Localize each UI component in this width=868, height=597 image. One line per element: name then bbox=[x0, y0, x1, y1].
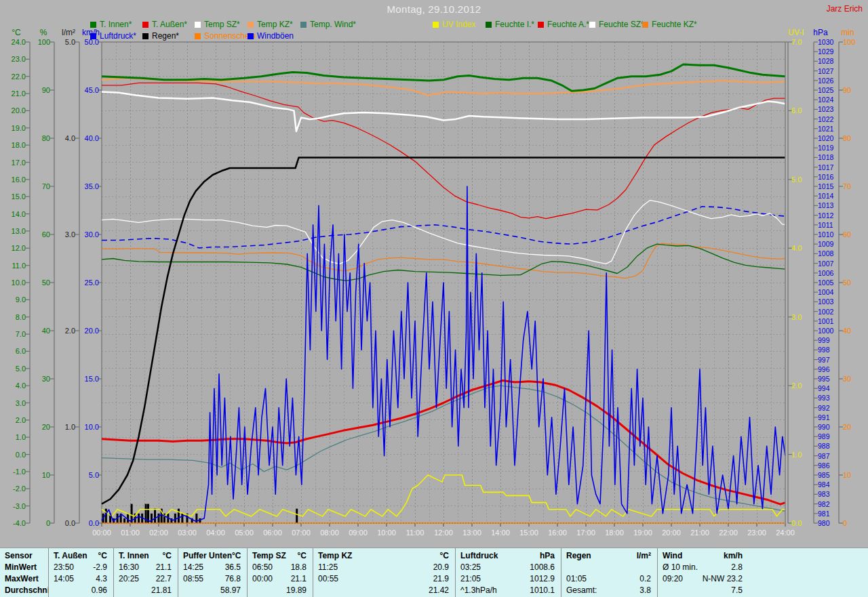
sensor-name: Regen bbox=[566, 550, 591, 562]
axis-tick-label: 20 bbox=[843, 423, 851, 431]
x-axis-label: 20:00 bbox=[662, 529, 681, 537]
cell-value: 1008.6 bbox=[530, 562, 555, 573]
axis-tick-label: 2.0 bbox=[791, 382, 802, 390]
cell-durchschnitt: 7.5 bbox=[658, 585, 868, 596]
x-axis-label: 18:00 bbox=[605, 529, 624, 537]
axis-tick-label: 996 bbox=[818, 365, 830, 373]
table-column-puffer-unten: Puffer Unten°C14:2536.508:5576.858.97 bbox=[178, 548, 248, 597]
axis-tick-label: -1.0 bbox=[13, 468, 26, 476]
axis-tick-label: 24.0 bbox=[12, 38, 26, 46]
axis-tick-label: 995 bbox=[818, 375, 830, 383]
axis-tick-label: 997 bbox=[818, 356, 830, 364]
cell-value: 1012.9 bbox=[530, 573, 555, 585]
axis-tick-label: 1017 bbox=[818, 163, 834, 171]
axis-tick-label: 23.0 bbox=[12, 55, 26, 63]
cell-maxwert: 21:051012.9 bbox=[456, 573, 561, 585]
axis-tick-label: 10 bbox=[42, 471, 50, 479]
axis-tick-label: 7.0 bbox=[16, 330, 26, 338]
table-column-wind: Windkm/hØ 10 min.2.809:20N-NW 23.27.5 bbox=[658, 548, 868, 597]
cell-value: 21.1 bbox=[156, 562, 172, 573]
axis-tick-label: 60 bbox=[843, 230, 851, 239]
row-label-durchschnitt: Durchschnitt bbox=[0, 585, 48, 596]
cell-durchschnitt: ^1.3hPa/h1010.1 bbox=[456, 585, 561, 596]
axis-tick-label: 1004 bbox=[818, 288, 834, 296]
axis-tick-label: 2.0 bbox=[65, 327, 75, 335]
x-axis-label: 09:00 bbox=[349, 529, 368, 537]
cell-value: 1010.1 bbox=[530, 585, 555, 596]
axis-tick-label: 45.0 bbox=[85, 86, 99, 94]
axis-tick-label: 0 bbox=[843, 519, 847, 527]
column-header: T. Innen°C bbox=[114, 550, 178, 562]
sensor-unit: °C bbox=[98, 550, 107, 562]
axis-tick-label: 30.0 bbox=[85, 230, 99, 239]
x-axis-label: 19:00 bbox=[633, 529, 652, 537]
cell-value: 19.89 bbox=[286, 585, 307, 596]
axis-tick-label: 70 bbox=[843, 182, 851, 190]
row-label-minwert: MinWert bbox=[0, 562, 48, 573]
axis-tick-label: 1019 bbox=[818, 144, 834, 152]
cell-time: 08:55 bbox=[183, 573, 203, 585]
sensor-unit: °C bbox=[163, 550, 172, 562]
cell-maxwert: 20:2522.7 bbox=[114, 573, 178, 585]
x-axis-label: 15:00 bbox=[519, 529, 538, 537]
x-axis-label: 16:00 bbox=[548, 529, 567, 537]
axis-tick-label: 20.0 bbox=[12, 106, 26, 115]
sensor-name: Wind bbox=[663, 550, 682, 562]
axis-tick-label: 20 bbox=[42, 423, 50, 431]
axis-unit-wind: km/h bbox=[82, 28, 100, 37]
axis-tick-label: 40 bbox=[42, 327, 50, 335]
x-axis-label: 13:00 bbox=[462, 529, 481, 537]
axis-tick-label: 15.0 bbox=[12, 192, 26, 201]
sensor-name: T. Außen bbox=[54, 550, 87, 562]
axis-tick-label: 2.0 bbox=[16, 416, 26, 424]
sensor-unit: °C bbox=[440, 550, 449, 562]
axis-unit-rain: l/m² bbox=[62, 28, 75, 37]
column-header: Temp SZ°C bbox=[248, 550, 313, 562]
x-axis-label: 06:00 bbox=[263, 529, 282, 537]
sensor-unit: hPa bbox=[540, 550, 555, 562]
axis-tick-label: 12.0 bbox=[12, 244, 26, 252]
axis-tick-label: 0.0 bbox=[89, 519, 99, 527]
axis-tick-label: 6.0 bbox=[16, 347, 26, 355]
x-axis-label: 05:00 bbox=[235, 529, 254, 537]
cell-time: 11:25 bbox=[318, 562, 338, 573]
axis-tick-label: 983 bbox=[818, 490, 830, 498]
axis-tick-label: 21.0 bbox=[12, 89, 26, 98]
axis-tick-label: 18.0 bbox=[12, 141, 26, 149]
axis-tick-label: -2.0 bbox=[13, 485, 26, 493]
axis-tick-label: 13.0 bbox=[12, 227, 26, 235]
axis-tick-label: 1022 bbox=[818, 115, 834, 123]
axis-tick-label: 0.0 bbox=[16, 451, 26, 459]
cell-durchschnitt: 21.42 bbox=[313, 585, 455, 596]
axis-tick-label: 999 bbox=[818, 336, 830, 344]
cell-value: 21.1 bbox=[291, 573, 307, 585]
cell-time: 14:25 bbox=[183, 562, 203, 573]
column-header: Windkm/h bbox=[658, 550, 868, 562]
axis-tick-label: 100 bbox=[38, 38, 50, 46]
cell-maxwert: 09:20N-NW 23.2 bbox=[658, 573, 868, 585]
cell-durchschnitt: 21.81 bbox=[114, 585, 178, 596]
cell-minwert: 06:5018.8 bbox=[248, 562, 313, 573]
cell-value: 20.9 bbox=[433, 562, 449, 573]
axis-tick-label: 0.0 bbox=[65, 519, 75, 527]
axis-tick-label: 1002 bbox=[818, 308, 834, 316]
cell-minwert: Ø 10 min.2.8 bbox=[658, 562, 868, 573]
axis-tick-label: 1005 bbox=[818, 279, 834, 287]
sensor-name: Puffer Unten bbox=[183, 550, 232, 562]
axis-tick-label: 0 bbox=[46, 519, 50, 527]
x-axis-label: 08:00 bbox=[320, 529, 339, 537]
axis-tick-label: 1027 bbox=[818, 67, 834, 75]
cell-time: 23:50 bbox=[54, 562, 74, 573]
axis-tick-label: 1012 bbox=[818, 211, 834, 220]
axis-tick-label: 9.0 bbox=[16, 295, 26, 304]
weather-chart[interactable]: °C24.023.022.021.020.019.018.017.016.015… bbox=[0, 0, 868, 545]
axis-tick-label: 6.0 bbox=[791, 106, 802, 115]
axis-tick-label: 25.0 bbox=[85, 279, 99, 287]
axis-tick-label: -4.0 bbox=[13, 519, 26, 527]
axis-tick-label: 50.0 bbox=[85, 38, 99, 46]
axis-tick-label: 1014 bbox=[818, 192, 834, 200]
cell-time: 03:25 bbox=[460, 562, 481, 573]
axis-tick-label: 14.0 bbox=[12, 210, 26, 218]
bar-regen bbox=[151, 514, 153, 523]
axis-tick-label: 998 bbox=[818, 346, 830, 354]
